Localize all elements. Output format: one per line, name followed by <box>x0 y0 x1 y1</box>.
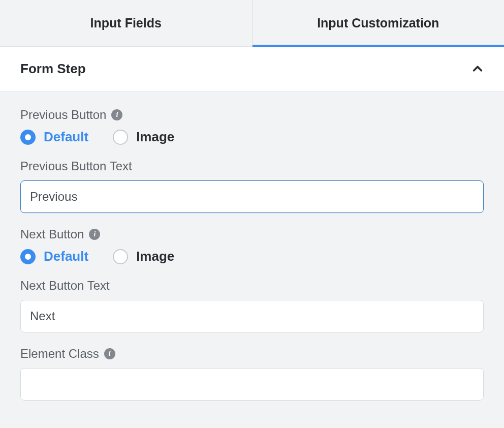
radio-outer <box>113 130 128 145</box>
radio-outer <box>20 249 36 264</box>
radio-label-previous-image: Image <box>136 129 174 145</box>
tab-input-customization[interactable]: Input Customization <box>253 0 505 46</box>
label-previous-button: Previous Button <box>20 108 106 122</box>
chevron-up-icon <box>471 63 484 75</box>
label-row-previous-button-text: Previous Button Text <box>20 159 484 173</box>
radio-row-next-button: Default Image <box>20 249 484 264</box>
radio-outer <box>113 249 128 264</box>
label-row-previous-button: Previous Button i <box>20 108 484 122</box>
label-row-element-class: Element Class i <box>20 347 484 361</box>
section-title: Form Step <box>20 61 86 77</box>
field-previous-button: Previous Button i Default Image <box>20 108 484 145</box>
radio-inner <box>25 254 31 260</box>
section-form-step: Form Step <box>0 47 504 91</box>
input-next-button-text[interactable] <box>20 300 484 332</box>
label-element-class: Element Class <box>20 347 99 361</box>
radio-label-previous-default: Default <box>44 129 88 145</box>
radio-next-default[interactable]: Default <box>20 249 88 264</box>
radio-label-next-image: Image <box>136 249 174 264</box>
field-next-button-text: Next Button Text <box>20 279 484 332</box>
label-row-next-button-text: Next Button Text <box>20 279 484 293</box>
info-icon[interactable]: i <box>111 109 122 120</box>
tabs-container: Input Fields Input Customization <box>0 0 504 47</box>
field-previous-button-text: Previous Button Text <box>20 159 484 213</box>
radio-label-next-default: Default <box>44 249 88 264</box>
info-icon[interactable]: i <box>104 348 115 359</box>
tab-input-fields[interactable]: Input Fields <box>0 0 252 46</box>
label-next-button: Next Button <box>20 227 84 241</box>
tab-input-fields-label: Input Fields <box>90 16 162 30</box>
label-next-button-text: Next Button Text <box>20 279 110 293</box>
section-header[interactable]: Form Step <box>0 47 504 91</box>
radio-inner <box>25 134 31 140</box>
radio-next-image[interactable]: Image <box>113 249 174 264</box>
field-element-class: Element Class i <box>20 347 484 401</box>
input-element-class[interactable] <box>20 368 484 401</box>
label-row-next-button: Next Button i <box>20 227 484 241</box>
info-icon[interactable]: i <box>89 229 100 240</box>
radio-previous-default[interactable]: Default <box>20 129 88 145</box>
input-previous-button-text[interactable] <box>20 180 484 213</box>
label-previous-button-text: Previous Button Text <box>20 159 132 173</box>
tab-input-customization-label: Input Customization <box>317 16 439 30</box>
panel-form-step: Previous Button i Default Image Previous… <box>0 91 504 421</box>
radio-row-previous-button: Default Image <box>20 129 484 145</box>
field-next-button: Next Button i Default Image <box>20 227 484 264</box>
radio-previous-image[interactable]: Image <box>113 129 174 145</box>
radio-outer <box>20 130 36 145</box>
